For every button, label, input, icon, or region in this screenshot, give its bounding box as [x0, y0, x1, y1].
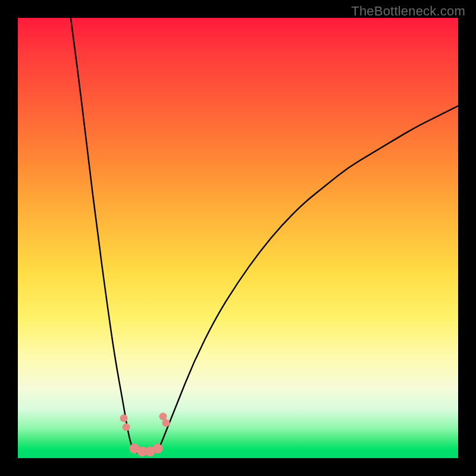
chart-marker: [120, 415, 127, 422]
bottleneck-curve: [18, 18, 458, 458]
chart-marker: [123, 424, 130, 431]
chart-marker: [152, 443, 162, 453]
chart-marker: [162, 419, 170, 427]
watermark-text: TheBottleneck.com: [351, 4, 465, 19]
chart-plot-area: [18, 18, 458, 458]
